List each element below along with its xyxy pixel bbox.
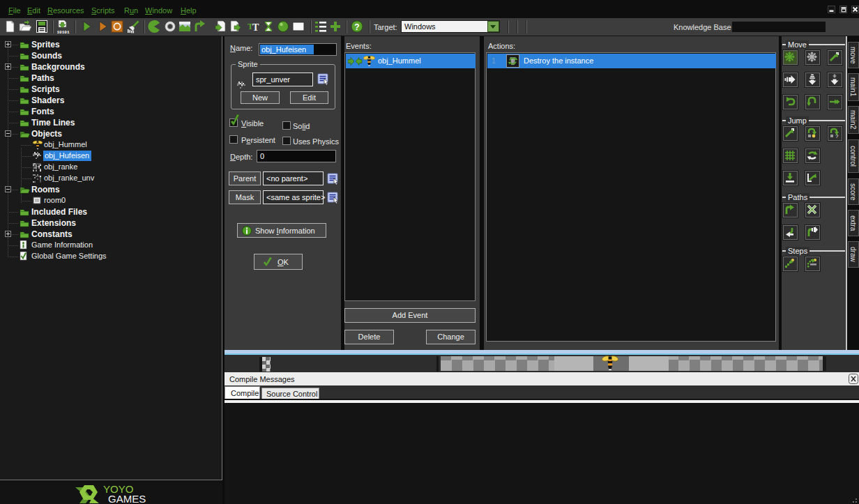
svg-text:T: T — [252, 22, 259, 33]
svg-text:10101: 10101 — [57, 30, 70, 34]
svg-text:?: ? — [354, 22, 359, 32]
